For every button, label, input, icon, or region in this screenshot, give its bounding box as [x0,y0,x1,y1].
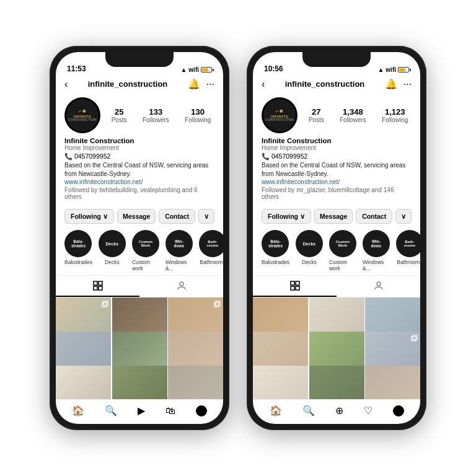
followers-label-right: Followers [340,117,366,123]
highlight-custom-right[interactable]: CustomWork Custom work [329,230,356,271]
highlight-decks-left[interactable]: Decks Decks [99,230,126,271]
svg-rect-2 [94,286,97,290]
followers-num-right: 1,348 [343,107,363,117]
highlight-label-4: Windows &... [165,259,193,271]
battery-fill-right [399,68,405,71]
search-icon-right[interactable]: 🔍 [302,405,315,416]
highlight-bath-right[interactable]: Bath-rooms Bathrooms [396,230,420,271]
stat-following-left[interactable]: 130 Following [185,107,211,123]
profile-phone-left: 📞 0457099952 [64,152,214,161]
highlight-custom-left[interactable]: CustomWork Custom work [132,230,159,271]
heart-icon-right[interactable]: ♡ [364,405,372,416]
photo-cell-7[interactable] [56,366,111,399]
search-icon-left[interactable]: 🔍 [105,405,117,416]
highlight-balustrades-right[interactable]: Balu-strades Balustrades [262,230,289,271]
tab-grid-right[interactable] [253,276,337,297]
highlight-circle-r3: CustomWork [329,230,356,257]
highlight-decks-right[interactable]: Decks Decks [296,230,323,271]
plus-icon-right[interactable]: ⊕ [335,405,343,416]
photo-cell-8[interactable] [112,366,167,399]
phone-left: 11:53 ▲ wifi ‹ infinite_construction 🔔 ·… [50,46,229,430]
contact-button-left[interactable]: Contact [159,209,195,224]
status-icons-right: ▲ wifi [377,66,409,73]
avatar-right[interactable]: ⌐■ INFINITE CONSTRUCTION [262,97,298,133]
highlight-bath-left[interactable]: Bath-rooms Bathrooms [199,230,223,271]
stat-posts-right[interactable]: 27 Posts [309,107,324,123]
bell-icon-left[interactable]: 🔔 [188,78,200,90]
highlight-label-r4: Windows &... [363,259,390,271]
photo-cell-r9[interactable] [365,366,420,399]
nav-bar-right: ‹ infinite_construction 🔔 ··· [253,76,420,94]
avatar-left[interactable]: ⌐■ INFINITE CONSTRUCTION [64,97,100,133]
highlights-right: Balu-strades Balustrades Decks Decks Cus… [253,226,420,275]
stat-following-right[interactable]: 1,123 Following [382,107,408,123]
tab-person-left[interactable] [139,276,223,297]
more-icon-left[interactable]: ··· [206,79,214,90]
photo-cell-r8[interactable] [309,366,364,399]
message-button-left[interactable]: Message [117,209,156,224]
bottom-nav-left: 🏠 🔍 ▶ 🛍 [56,399,223,424]
highlight-circle-4: Win-dows [165,230,193,257]
photo-cell-9[interactable] [168,366,223,399]
profile-phone-right: 📞 0457099952 [262,152,412,161]
avatar-logo-left: ⌐■ INFINITE CONSTRUCTION [68,108,97,122]
person-icon-right [374,281,384,291]
nav-bar-left: ‹ infinite_construction 🔔 ··· [56,76,223,94]
profile-bio-left: Based on the Central Coast of NSW, servi… [64,161,214,178]
highlight-label-r1: Balustrades [262,259,289,265]
highlight-circle-r5: Bath-rooms [396,230,420,257]
following-label-right: Following [382,117,408,123]
reels-icon-left[interactable]: ▶ [138,405,145,416]
highlight-label-r5: Bathrooms [397,259,420,265]
back-button-left[interactable]: ‹ [64,79,68,90]
more-button-left[interactable]: ∨ [198,209,214,224]
highlight-windows-right[interactable]: Win-dows Windows &... [363,230,390,271]
svg-rect-10 [296,281,299,285]
tab-grid-left[interactable] [56,276,139,297]
shop-icon-left[interactable]: 🛍 [165,405,175,416]
following-button-right[interactable]: Following ∨ [262,209,311,224]
profile-followed-left: Followed by twhitebuilding, vealeplumbin… [64,187,214,200]
message-button-right[interactable]: Message [314,209,353,224]
profile-header-right: ⌐■ INFINITE CONSTRUCTION 27 Posts 1,3 [262,97,412,133]
photo-cell-r7[interactable] [253,366,308,399]
svg-point-4 [180,282,183,286]
tab-person-right[interactable] [337,276,420,297]
highlight-circle-5: Bath-rooms [199,230,223,257]
highlights-left: Balu-strades Balustrades Decks Decks Cus… [56,226,223,275]
action-buttons-left: Following ∨ Message Contact ∨ [56,205,223,226]
multi-icon-3 [213,300,221,307]
more-button-right[interactable]: ∨ [395,209,412,224]
phone-right: 10:56 ▲ wifi ‹ infinite_construction 🔔 ·… [247,46,426,430]
nav-username-right: infinite_construction [285,79,365,89]
more-icon-right[interactable]: ··· [403,79,412,90]
profile-info-left: Infinite Construction Home Improvement 📞… [64,137,214,200]
status-icons-left: ▲ wifi [180,66,212,73]
avatar-inner-right: ⌐■ INFINITE CONSTRUCTION [263,99,296,131]
following-button-left[interactable]: Following ∨ [64,209,114,224]
highlight-windows-left[interactable]: Win-dows Windows &... [165,230,193,271]
home-icon-left[interactable]: 🏠 [72,405,84,416]
battery-icon-right [398,67,409,73]
stat-posts-left[interactable]: 25 Posts [112,107,127,123]
bell-icon-right[interactable]: 🔔 [385,78,397,90]
back-button-right[interactable]: ‹ [262,79,265,90]
stat-followers-right[interactable]: 1,348 Followers [340,107,366,123]
photo-grid-right [253,298,420,399]
highlight-circle-r1: Balu-strades [262,230,289,257]
bottom-nav-right: 🏠 🔍 ⊕ ♡ [253,399,420,424]
person-icon-left [177,281,187,291]
contact-button-right[interactable]: Contact [356,209,392,224]
profile-link-left[interactable]: www.infiniteconstruction.net/ [64,178,214,185]
profile-icon-right[interactable] [393,405,404,416]
wifi-icon: wifi [188,66,199,73]
highlight-circle-2: Decks [99,230,126,257]
home-icon-right[interactable]: 🏠 [270,405,282,416]
highlight-balustrades-left[interactable]: Balu-strades Balustrades [64,230,92,271]
stats-row-right: 27 Posts 1,348 Followers 1,123 Following [305,107,412,123]
profile-category-right: Home Improvement [262,144,412,151]
stat-followers-left[interactable]: 133 Followers [143,107,169,123]
profile-icon-left[interactable] [196,405,207,416]
profile-link-right[interactable]: www.infiniteconstruction.net/ [262,178,412,185]
svg-rect-11 [291,286,294,290]
